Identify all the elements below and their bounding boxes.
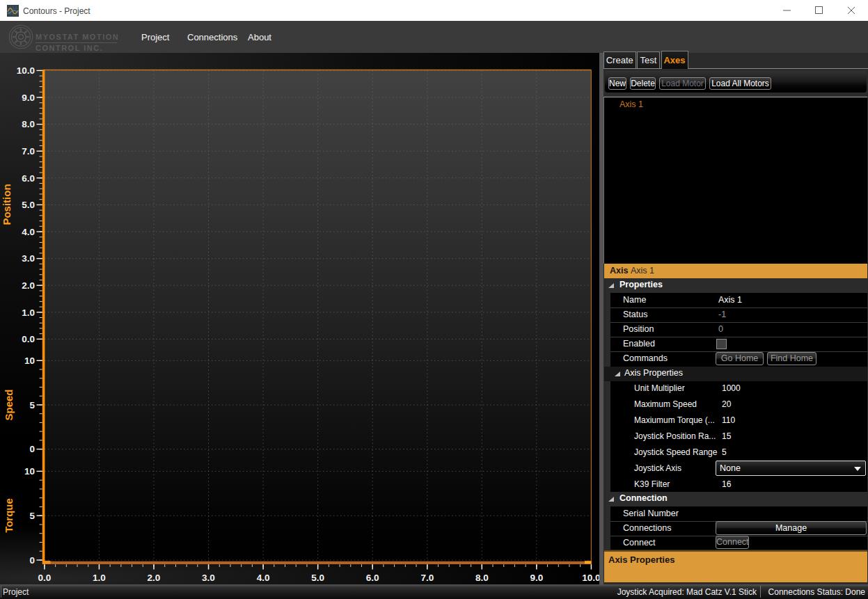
svg-text:5.0: 5.0	[22, 200, 35, 210]
svg-text:2.0: 2.0	[148, 573, 161, 583]
svg-text:5: 5	[29, 511, 35, 521]
svg-text:Speed: Speed	[3, 389, 15, 420]
svg-text:1.0: 1.0	[22, 308, 35, 318]
svg-text:0.0: 0.0	[22, 334, 35, 344]
svg-text:10: 10	[24, 466, 35, 477]
svg-text:9.0: 9.0	[530, 573, 543, 583]
svg-text:5: 5	[29, 400, 35, 410]
svg-text:4.0: 4.0	[22, 227, 35, 237]
svg-text:9.0: 9.0	[22, 93, 35, 103]
svg-text:2.0: 2.0	[22, 280, 35, 291]
svg-text:6.0: 6.0	[366, 573, 379, 583]
svg-text:3.0: 3.0	[202, 573, 215, 583]
svg-text:0: 0	[29, 555, 35, 566]
svg-text:7.0: 7.0	[22, 146, 35, 157]
svg-text:10.0: 10.0	[17, 65, 35, 76]
svg-text:4.0: 4.0	[257, 573, 270, 583]
svg-text:5.0: 5.0	[311, 573, 324, 583]
svg-text:8.0: 8.0	[22, 119, 35, 129]
svg-text:7.0: 7.0	[420, 573, 434, 583]
svg-text:6.0: 6.0	[22, 173, 35, 184]
svg-text:Torque: Torque	[3, 498, 15, 533]
svg-text:10.0: 10.0	[582, 573, 599, 583]
svg-text:Position: Position	[1, 184, 13, 225]
svg-text:8.0: 8.0	[475, 573, 489, 583]
svg-text:1.0: 1.0	[93, 573, 106, 583]
svg-text:10: 10	[24, 356, 35, 366]
svg-text:0: 0	[29, 444, 35, 454]
svg-text:3.0: 3.0	[22, 253, 35, 264]
svg-text:0.0: 0.0	[38, 573, 52, 583]
